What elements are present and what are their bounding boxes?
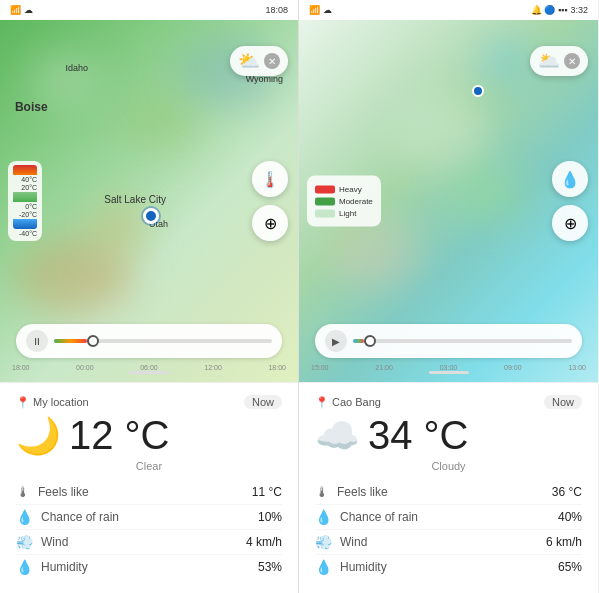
slider-track-left[interactable] [54, 339, 272, 343]
humidity-value-left: 53% [258, 560, 282, 574]
play-btn-right[interactable]: ▶ [325, 330, 347, 352]
close-weather-btn-right[interactable]: ✕ [564, 53, 580, 69]
close-weather-btn[interactable]: ✕ [264, 53, 280, 69]
weather-toggle-btn-right[interactable]: 🌥️ ✕ [530, 46, 588, 76]
wind-row-right: 💨 Wind 6 km/h [315, 530, 582, 555]
divider-left[interactable] [129, 371, 169, 374]
wind-row-left: 💨 Wind 4 km/h [16, 530, 282, 555]
rain-value-right: 40% [558, 510, 582, 524]
slider-fill-left [54, 339, 87, 343]
temp-scale-left: 40°C 20°C 0°C -20°C -40°C [8, 161, 42, 241]
now-badge-right: Now [544, 395, 582, 409]
legend-light: Light [315, 209, 373, 218]
right-phone: 📶 ☁ 🔔 🔵 ▪▪▪ 3:32 🌥️ ✕ Heavy Moderate [299, 0, 598, 593]
weather-details-left: 🌡 Feels like 11 °C 💧 Chance of rain 10% … [16, 480, 282, 579]
map-right[interactable]: 🌥️ ✕ Heavy Moderate Light 💧 ⊕ [299, 20, 598, 382]
map-label-slc: Salt Lake City [104, 194, 166, 205]
humidity-row-left: 💧 Humidity 53% [16, 555, 282, 579]
slider-thumb-right[interactable] [364, 335, 376, 347]
wind-value-left: 4 km/h [246, 535, 282, 549]
signal-icons: 📶 ☁ [10, 5, 33, 15]
humidity-value-right: 65% [558, 560, 582, 574]
status-bar-left: 📶 ☁ 18:08 [0, 0, 298, 20]
time-labels-left: 18:00 00:00 06:00 12:00 18:00 [8, 364, 290, 371]
feels-like-row-left: 🌡 Feels like 11 °C [16, 480, 282, 505]
location-target-btn-right[interactable]: ⊕ [552, 205, 588, 241]
temp-display-left: 🌙 12 °C [16, 413, 282, 458]
pause-btn-left[interactable]: ⏸ [26, 330, 48, 352]
wind-icon-left: 💨 [16, 534, 33, 550]
weather-card-left: 📍 My location Now 🌙 12 °C Clear 🌡 Feels … [0, 382, 298, 593]
map-controls-right: 💧 ⊕ [552, 161, 588, 241]
pin-icon-left: 📍 [16, 396, 30, 409]
legend-heavy: Heavy [315, 185, 373, 194]
wind-value-right: 6 km/h [546, 535, 582, 549]
weather-details-right: 🌡 Feels like 36 °C 💧 Chance of rain 40% … [315, 480, 582, 579]
humidity-icon-right: 💧 [315, 559, 332, 575]
humidity-row-right: 💧 Humidity 65% [315, 555, 582, 579]
temp-value-right: 34 °C [368, 413, 469, 458]
map-label-idaho: Idaho [66, 63, 89, 73]
time-right: 🔔 🔵 ▪▪▪ 3:32 [531, 5, 588, 15]
legend-moderate: Moderate [315, 197, 373, 206]
rain-icon-right: 💧 [315, 509, 332, 525]
condition-left: Clear [16, 460, 282, 472]
status-bar-right: 📶 ☁ 🔔 🔵 ▪▪▪ 3:32 [299, 0, 598, 20]
map-controls-left: 🌡️ ⊕ [252, 161, 288, 241]
moon-icon-left: 🌙 [16, 415, 61, 457]
location-dot [143, 208, 159, 224]
location-dot-right [472, 85, 484, 97]
weather-icon-left: ⛅ [238, 50, 260, 72]
temp-display-right: ☁️ 34 °C [315, 413, 582, 458]
timeline-right[interactable]: ▶ [315, 324, 582, 358]
map-left[interactable]: Idaho Boise Wyoming Salt Lake City Utah … [0, 20, 298, 382]
signal-icons-right: 📶 ☁ [309, 5, 332, 15]
weather-card-right: 📍 Cao Bang Now ☁️ 34 °C Cloudy 🌡 Feels l… [299, 382, 598, 593]
now-badge-left: Now [244, 395, 282, 409]
pin-icon-right: 📍 [315, 396, 329, 409]
condition-right: Cloudy [315, 460, 582, 472]
location-target-btn[interactable]: ⊕ [252, 205, 288, 241]
legend-color-heavy [315, 185, 335, 193]
slider-thumb-left[interactable] [87, 335, 99, 347]
left-phone: 📶 ☁ 18:08 Idaho Boise Wyoming Salt Lake … [0, 0, 299, 593]
feels-like-value-left: 11 °C [252, 485, 282, 499]
time-left: 18:08 [265, 5, 288, 15]
slider-track-right[interactable] [353, 339, 572, 343]
rain-value-left: 10% [258, 510, 282, 524]
time-labels-right: 15:00 21:00 03:00 09:00 13:00 [307, 364, 590, 371]
thermometer-icon-left: 🌡 [16, 484, 30, 500]
feels-like-row-right: 🌡 Feels like 36 °C [315, 480, 582, 505]
location-right: 📍 Cao Bang [315, 396, 381, 409]
rain-row-left: 💧 Chance of rain 10% [16, 505, 282, 530]
temp-value-left: 12 °C [69, 413, 170, 458]
slider-fill-right [353, 339, 364, 343]
rain-row-right: 💧 Chance of rain 40% [315, 505, 582, 530]
timeline-left[interactable]: ⏸ [16, 324, 282, 358]
thermometer-icon-right: 🌡 [315, 484, 329, 500]
rain-drop-btn[interactable]: 💧 [552, 161, 588, 197]
map-label-boise: Boise [15, 100, 48, 114]
weather-toggle-btn[interactable]: ⛅ ✕ [230, 46, 288, 76]
divider-right[interactable] [429, 371, 469, 374]
rain-icon-left: 💧 [16, 509, 33, 525]
location-left: 📍 My location [16, 396, 89, 409]
legend-color-moderate [315, 197, 335, 205]
weather-icon-right: 🌥️ [538, 50, 560, 72]
cloud-icon-right: ☁️ [315, 415, 360, 457]
legend-color-light [315, 209, 335, 217]
thermometer-btn[interactable]: 🌡️ [252, 161, 288, 197]
rain-legend: Heavy Moderate Light [307, 176, 381, 227]
humidity-icon-left: 💧 [16, 559, 33, 575]
wind-icon-right: 💨 [315, 534, 332, 550]
feels-like-value-right: 36 °C [552, 485, 582, 499]
